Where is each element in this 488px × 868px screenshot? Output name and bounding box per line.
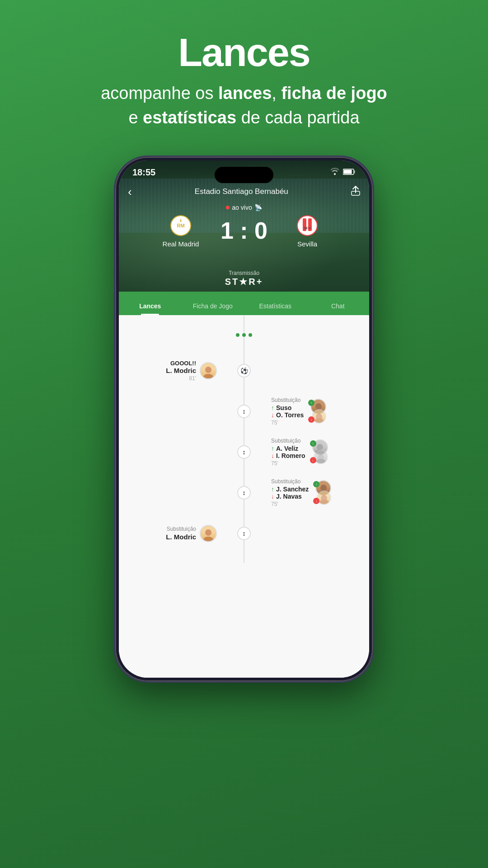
- tab-ficha[interactable]: Ficha de Jogo: [182, 302, 244, 315]
- phone-wrapper: 18:55: [0, 157, 488, 681]
- live-dot: [226, 206, 230, 209]
- event-sub-veliz: ↕ Substituição ↑ A. Veliz ↓: [119, 432, 369, 472]
- event-goal-modric: GOOOL!! L. Modric 81' ⚽: [119, 350, 369, 391]
- subtitle-sep2: e: [128, 108, 143, 127]
- dot-2: [242, 333, 246, 337]
- tab-chat[interactable]: Chat: [307, 302, 370, 315]
- goal-label: GOOOL!!: [166, 360, 196, 367]
- sub1-icon: ↕: [237, 405, 251, 418]
- event-sub1-right: Substituição ↑ Suso ↓ O. Torres 75': [253, 397, 369, 426]
- team-home-block: RM Real Madrid: [145, 214, 217, 248]
- transmission-label: Transmissão: [119, 270, 369, 276]
- team-home-name: Real Madrid: [163, 240, 199, 248]
- dot-3: [249, 333, 252, 337]
- wifi-icon: [330, 168, 339, 177]
- torres-avatar: [312, 409, 326, 424]
- sub1-player-in: ↑ Suso: [271, 404, 304, 411]
- goal-player-name: L. Modric: [166, 367, 196, 374]
- sub2-label: Substituição: [271, 438, 305, 444]
- svg-text:RM: RM: [177, 223, 184, 228]
- team-away-block: SEV Sevilla: [271, 214, 343, 248]
- event-goal-center: ⚽: [235, 364, 253, 377]
- tab-lances[interactable]: Lances: [119, 302, 182, 315]
- navas-avatar: [317, 491, 331, 505]
- subtitle-bold2: ficha de jogo: [281, 84, 387, 103]
- dynamic-island: [215, 167, 273, 183]
- match-nav: ‹ Estadio Santiago Bernabéu: [119, 185, 369, 199]
- modric-avatar: [200, 362, 217, 379]
- svg-rect-2: [354, 170, 356, 173]
- subtitle-bold3: estatísticas: [143, 108, 236, 127]
- goal-icon: ⚽: [237, 364, 251, 377]
- sub2-player-out: ↓ I. Romero: [271, 452, 305, 459]
- event-sub3-center: ↕: [235, 486, 253, 500]
- phone-screen: 18:55: [119, 160, 369, 678]
- team-home-logo: RM: [169, 214, 192, 237]
- sub4-icon: ↕: [237, 527, 251, 540]
- sub3-player-in: ↑ J. Sanchez: [271, 486, 309, 493]
- subtitle-sep1: ,: [272, 84, 281, 103]
- event-sub4-center: ↕: [235, 527, 253, 540]
- phone-device: 18:55: [115, 157, 373, 681]
- svg-point-8: [299, 217, 315, 234]
- content-area: GOOOL!! L. Modric 81' ⚽: [119, 315, 369, 678]
- sub4-label: Substituição: [166, 526, 196, 532]
- event-sub-sanchez: ↕ Substituição ↑ J. Sanchez: [119, 472, 369, 513]
- team-away-logo: SEV: [296, 214, 319, 237]
- page-title: Lances: [0, 32, 488, 73]
- subtitle-bold1: lances: [218, 84, 272, 103]
- status-icons: [330, 168, 356, 177]
- loading-dots: [119, 324, 369, 350]
- score-area: ao vivo 📡 RM: [119, 204, 369, 248]
- transmission-brand: ST★R+: [119, 276, 369, 287]
- sub3-player-out: ↓ J. Navas: [271, 493, 309, 500]
- sub3-label: Substituição: [271, 478, 309, 485]
- sub2-player-in: ↑ A. Veliz: [271, 445, 305, 452]
- event-sub4-left: Substituição L. Modric: [119, 525, 235, 542]
- event-sub2-center: ↕: [235, 445, 253, 459]
- match-score: 1 : 0: [217, 219, 271, 242]
- event-sub2-right: Substituição ↑ A. Veliz ↓ I. Romero 75': [253, 438, 369, 467]
- transmission-area: Transmissão ST★R+: [119, 270, 369, 287]
- event-sub-suso: ↕ Substituição ↑ Suso ↓ O.: [119, 391, 369, 432]
- sub1-time: 75': [271, 420, 304, 426]
- sub2-time: 75': [271, 460, 305, 467]
- subtitle: acompanhe os lances, ficha de jogo e est…: [0, 81, 488, 129]
- event-sub1-center: ↕: [235, 405, 253, 418]
- live-wave: 📡: [254, 204, 262, 211]
- subtitle-end: de cada partida: [236, 108, 360, 127]
- sub2-icon: ↕: [237, 445, 251, 459]
- sub3-icon: ↕: [237, 486, 251, 500]
- svg-rect-1: [344, 170, 352, 174]
- timeline: GOOOL!! L. Modric 81' ⚽: [119, 315, 369, 563]
- live-label: ao vivo: [232, 204, 252, 211]
- event-sub3-right: Substituição ↑ J. Sanchez ↓ J. Navas 75': [253, 478, 369, 507]
- sub1-label: Substituição: [271, 397, 304, 403]
- svg-text:SEV: SEV: [304, 226, 311, 230]
- event-goal-left: GOOOL!! L. Modric 81': [119, 360, 235, 382]
- dot-1: [236, 333, 239, 337]
- nav-back-button[interactable]: ‹: [128, 185, 132, 199]
- status-time: 18:55: [132, 167, 155, 178]
- header-section: Lances acompanhe os lances, ficha de jog…: [0, 0, 488, 143]
- sub1-player-out: ↓ O. Torres: [271, 411, 304, 419]
- goal-time: 81': [166, 375, 196, 382]
- share-button[interactable]: [351, 186, 360, 198]
- sub3-time: 75': [271, 501, 309, 507]
- teams-score-row: RM Real Madrid 1 : 0: [119, 214, 369, 248]
- tab-estatisticas[interactable]: Estatísticas: [244, 302, 307, 315]
- sub4-player-name: L. Modric: [166, 533, 196, 541]
- sub4-avatar: [200, 525, 217, 542]
- live-badge: ao vivo 📡: [226, 204, 262, 211]
- battery-icon: [343, 168, 356, 177]
- team-away-name: Sevilla: [297, 240, 317, 248]
- subtitle-plain: acompanhe os: [101, 84, 218, 103]
- event-sub-bottom: Substituição L. Modric ↕: [119, 513, 369, 554]
- stadium-name: Estadio Santiago Bernabéu: [132, 187, 351, 196]
- tabs-bar: Lances Ficha de Jogo Estatísticas Chat: [119, 292, 369, 315]
